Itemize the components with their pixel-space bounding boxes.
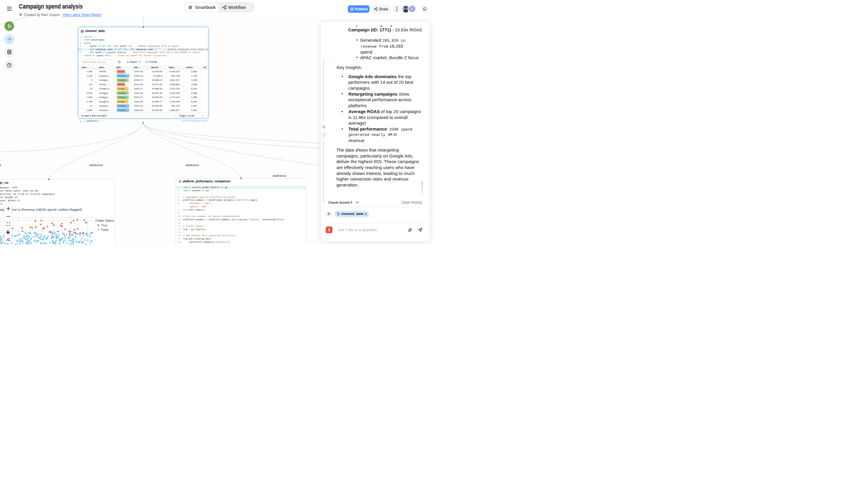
svg-text:True: True (101, 223, 107, 227)
svg-text:SQL: SQL (337, 213, 340, 214)
svg-text:SQL: SQL (82, 31, 83, 32)
svg-text:False: False (101, 228, 108, 231)
svg-text:Outlier Status: Outlier Status (95, 218, 114, 222)
